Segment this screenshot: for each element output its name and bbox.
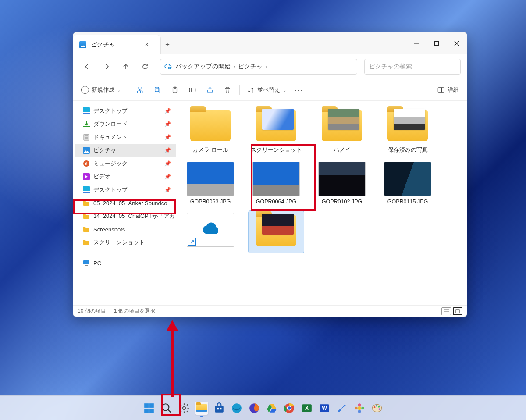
image-item[interactable]: GOPR0064.JPG <box>249 160 304 206</box>
sidebar-item-desktop[interactable]: デスクトップ📌 <box>75 104 176 117</box>
brush-app-button[interactable] <box>335 402 348 415</box>
tab-title: ピクチャ <box>91 41 136 49</box>
active-tab[interactable]: ピクチャ × <box>73 35 161 54</box>
pin-icon: 📌 <box>164 134 171 140</box>
sidebar-item-documents[interactable]: ドキュメント📌 <box>75 131 176 144</box>
svg-text:X: X <box>305 405 309 411</box>
folder-item-screenshots[interactable]: スクリーンショット <box>249 106 304 156</box>
selection-count: 1 個の項目を選択 <box>114 307 155 315</box>
details-pane-button[interactable]: 詳細 <box>434 82 462 97</box>
minimize-button[interactable] <box>406 32 426 54</box>
paint-button[interactable] <box>370 402 384 415</box>
folder-item[interactable]: 保存済みの写真 <box>380 106 435 156</box>
svg-rect-36 <box>149 409 154 413</box>
photos-app-button[interactable] <box>353 402 366 415</box>
sidebar-item-pc[interactable]: PC <box>75 256 176 270</box>
share-button[interactable] <box>202 82 218 97</box>
pin-icon: 📌 <box>164 187 171 193</box>
breadcrumb-segment[interactable]: ピクチャ <box>238 63 263 71</box>
search-input[interactable]: ピクチャの検索 <box>364 59 461 75</box>
pin-icon: 📌 <box>164 174 171 180</box>
titlebar: ピクチャ × ＋ <box>73 32 467 54</box>
navigation-pane: デスクトップ📌 ダウンロード📌 ドキュメント📌 ピクチャ📌 ミュージック📌 ビデ… <box>73 101 178 305</box>
cut-button[interactable] <box>132 82 148 97</box>
svg-rect-25 <box>83 186 90 191</box>
svg-rect-21 <box>83 147 90 154</box>
chevron-right-icon: › <box>233 63 235 70</box>
list-view-button[interactable] <box>441 307 451 315</box>
chrome-button[interactable] <box>283 402 296 415</box>
pin-icon: 📌 <box>164 147 171 153</box>
sidebar-item-folder[interactable]: Screenshots <box>75 223 176 236</box>
toolbar: + 新規作成 ⌄ 並べ替え ⌄ ··· 詳細 <box>73 79 467 101</box>
chevron-right-icon: › <box>265 63 267 70</box>
back-button[interactable] <box>79 59 95 75</box>
maximize-button[interactable] <box>426 32 447 54</box>
pictures-icon <box>83 147 90 154</box>
explorer-button[interactable] <box>195 402 208 415</box>
pin-icon: 📌 <box>164 121 171 127</box>
folder-item-selected[interactable] <box>249 211 304 253</box>
svg-point-52 <box>358 406 362 410</box>
svg-point-53 <box>358 403 361 406</box>
svg-rect-35 <box>144 409 149 413</box>
grid-view-button[interactable] <box>453 307 462 315</box>
settings-button[interactable] <box>178 402 191 415</box>
sidebar-item-folder[interactable]: 05_2024_05_Anker Soundco <box>75 196 176 210</box>
forward-button[interactable] <box>99 59 114 75</box>
status-bar: 10 個の項目 1 個の項目を選択 <box>73 305 467 317</box>
svg-point-6 <box>141 91 143 93</box>
excel-button[interactable]: X <box>300 402 313 415</box>
svg-rect-11 <box>189 88 195 92</box>
store-button[interactable] <box>213 402 226 415</box>
start-button[interactable] <box>142 402 156 415</box>
music-icon <box>83 160 90 167</box>
svg-point-47 <box>288 406 291 410</box>
onedrive-icon <box>200 220 220 240</box>
up-button[interactable] <box>118 59 134 75</box>
paste-button[interactable] <box>167 82 183 97</box>
copy-button[interactable] <box>149 82 166 97</box>
onedrive-shortcut-item[interactable]: ↗ <box>183 211 238 253</box>
delete-button[interactable] <box>219 82 236 97</box>
tab-close-button[interactable]: × <box>140 41 153 49</box>
plus-icon: + <box>81 86 89 94</box>
pin-icon: 📌 <box>164 108 171 114</box>
svg-rect-7 <box>156 89 160 93</box>
sort-button[interactable]: 並べ替え ⌄ <box>243 82 290 97</box>
new-tab-button[interactable]: ＋ <box>161 35 174 54</box>
breadcrumb-segment[interactable]: バックアップの開始 <box>175 63 231 71</box>
svg-rect-27 <box>83 260 89 264</box>
sidebar-item-downloads[interactable]: ダウンロード📌 <box>75 117 176 131</box>
folder-item[interactable]: カメラ ロール <box>183 106 238 156</box>
sidebar-item-music[interactable]: ミュージック📌 <box>75 157 176 170</box>
image-item[interactable]: GOPR0102.JPG <box>314 160 370 206</box>
sidebar-item-desktop[interactable]: デスクトップ📌 <box>75 183 176 196</box>
image-item[interactable]: GOPR0063.JPG <box>183 160 238 206</box>
folder-item[interactable]: ハノイ <box>314 106 370 156</box>
sidebar-item-folder[interactable]: スクリーンショット <box>75 236 176 249</box>
address-bar[interactable]: バックアップの開始 › ピクチャ › <box>160 59 357 75</box>
refresh-button[interactable] <box>137 59 153 75</box>
items-grid[interactable]: カメラ ロール スクリーンショット ハノイ 保存済みの写真 <box>178 101 467 305</box>
svg-rect-15 <box>83 113 90 114</box>
drive-button[interactable] <box>265 402 278 415</box>
new-button[interactable]: + 新規作成 ⌄ <box>78 82 124 97</box>
word-button[interactable]: W <box>318 402 331 415</box>
svg-point-60 <box>378 406 380 407</box>
image-item[interactable]: GOPR0115.JPG <box>380 160 435 206</box>
sidebar-item-folder[interactable]: 14_2024_05_ChatGPTが「アカ <box>75 210 176 223</box>
video-icon <box>83 173 90 180</box>
rename-button[interactable] <box>184 82 201 97</box>
svg-rect-32 <box>456 310 459 313</box>
svg-rect-33 <box>144 403 149 408</box>
edge-button[interactable] <box>230 402 243 415</box>
svg-rect-41 <box>217 407 219 409</box>
sidebar-item-pictures[interactable]: ピクチャ📌 <box>75 144 176 157</box>
firefox-button[interactable] <box>248 402 261 415</box>
sidebar-item-videos[interactable]: ビデオ📌 <box>75 170 176 183</box>
chevron-down-icon: ⌄ <box>283 88 286 93</box>
close-button[interactable] <box>447 32 467 54</box>
search-button[interactable] <box>160 402 173 415</box>
more-button[interactable]: ··· <box>291 82 307 97</box>
